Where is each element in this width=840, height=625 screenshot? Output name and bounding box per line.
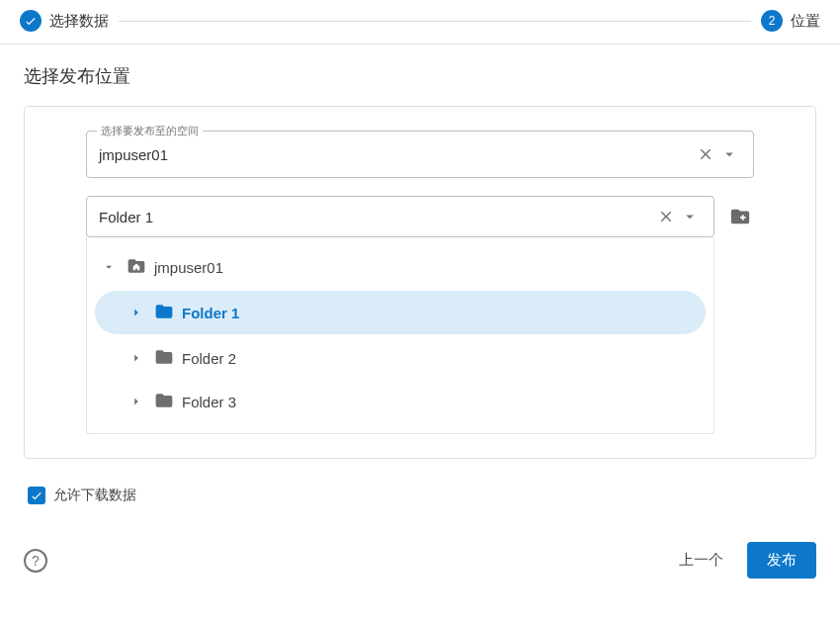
folder-icon: [154, 347, 174, 370]
step-2-label: 位置: [791, 12, 820, 31]
stepper: 选择数据 2 位置: [0, 0, 840, 45]
checkmark-icon: [30, 489, 43, 502]
folder-icon: [154, 302, 174, 324]
tree-item-folder-1[interactable]: Folder 1: [95, 291, 706, 334]
tree-item-label: Folder 3: [182, 394, 236, 410]
step-2-number: 2: [761, 10, 783, 32]
step-2[interactable]: 2 位置: [761, 10, 820, 32]
caret-down-icon[interactable]: [678, 205, 702, 228]
folder-tree: jmpuser01 Folder 1: [86, 237, 714, 434]
footer: ? 上一个 发布: [0, 524, 840, 590]
tree-item-folder-3[interactable]: Folder 3: [87, 380, 714, 423]
clear-icon[interactable]: [654, 205, 678, 228]
tree-item-label: Folder 2: [182, 350, 236, 367]
allow-download-label: 允许下载数据: [53, 487, 136, 504]
folder-plus-icon: [729, 206, 751, 227]
chevron-right-icon[interactable]: [126, 351, 146, 365]
main-content: 选择发布位置 选择要发布至的空间 jmpuser01 Folder 1: [0, 45, 840, 524]
folder-select-value: Folder 1: [99, 209, 654, 225]
allow-download-checkbox[interactable]: [28, 487, 45, 504]
folder-select[interactable]: Folder 1: [86, 196, 714, 237]
question-icon: ?: [32, 553, 40, 569]
chevron-right-icon[interactable]: [126, 306, 146, 319]
step-1-label: 选择数据: [49, 12, 109, 31]
step-divider: [119, 21, 751, 22]
new-folder-button[interactable]: [726, 203, 754, 230]
section-title: 选择发布位置: [24, 64, 816, 88]
checkmark-icon: [20, 10, 42, 32]
folder-icon: [154, 391, 174, 413]
tree-root[interactable]: jmpuser01: [87, 245, 714, 289]
space-select-value: jmpuser01: [99, 146, 694, 163]
space-select-label: 选择要发布至的空间: [97, 124, 203, 138]
chevron-right-icon[interactable]: [126, 395, 146, 408]
chevron-down-icon[interactable]: [99, 260, 119, 274]
clear-icon[interactable]: [694, 142, 717, 166]
tree-item-label: Folder 1: [182, 305, 239, 321]
allow-download-row[interactable]: 允许下载数据: [28, 487, 812, 504]
space-select[interactable]: 选择要发布至的空间 jmpuser01: [86, 131, 754, 178]
help-button[interactable]: ?: [24, 549, 47, 573]
step-1[interactable]: 选择数据: [20, 10, 109, 32]
location-card: 选择要发布至的空间 jmpuser01 Folder 1: [24, 106, 816, 459]
tree-item-folder-2[interactable]: Folder 2: [87, 336, 714, 380]
back-button[interactable]: 上一个: [663, 543, 739, 578]
caret-down-icon[interactable]: [717, 142, 741, 166]
tree-root-label: jmpuser01: [154, 259, 223, 276]
home-folder-icon: [126, 256, 146, 279]
publish-button[interactable]: 发布: [747, 542, 816, 579]
